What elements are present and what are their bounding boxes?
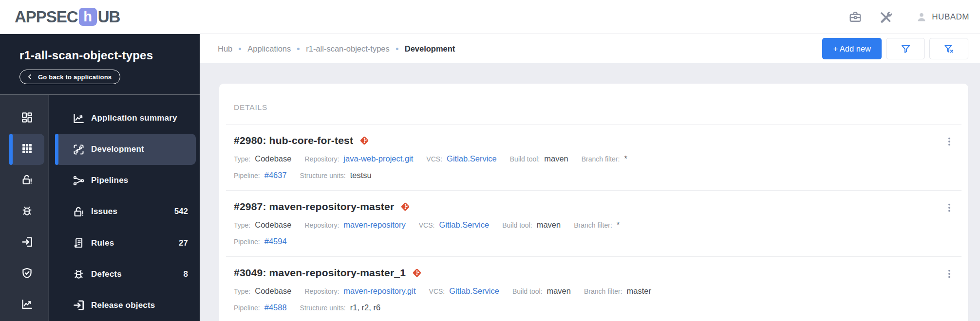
top-header: APPSEC h UB HUBADM <box>0 0 980 34</box>
add-new-button[interactable]: + Add new <box>822 38 882 59</box>
meta-label: Structure units: <box>300 170 346 181</box>
breadcrumb-item-r1-all-scan-object-types[interactable]: r1-all-scan-object-types <box>306 44 389 54</box>
go-back-button[interactable]: Go back to applications <box>19 70 120 84</box>
meta-value-link[interactable]: java-web-project.git <box>343 153 413 164</box>
meta-value: * <box>624 153 627 164</box>
lock-alert-icon <box>20 173 34 188</box>
funnel-icon <box>900 43 911 54</box>
meta-pair: Build tool:maven <box>512 285 571 297</box>
clear-filter-button[interactable] <box>929 38 968 59</box>
meta-label: Type: <box>234 220 250 231</box>
breadcrumb-item-hub[interactable]: Hub <box>218 44 232 54</box>
icon-rail <box>0 95 49 321</box>
apps-grid-icon <box>20 142 34 157</box>
meta-value-link[interactable]: Gitlab.Service <box>449 285 499 297</box>
meta-line: Type:CodebaseRepository:maven-repository… <box>234 219 934 231</box>
sidebar-header: r1-all-scan-object-types Go back to appl… <box>0 34 200 94</box>
meta-label: Build tool: <box>512 286 542 297</box>
meta-label: Pipeline: <box>234 236 260 248</box>
meta-pair: VCS:Gitlab.Service <box>429 285 499 297</box>
breadcrumb-separator-dot <box>297 48 300 50</box>
logo-h-block: h <box>79 8 97 26</box>
sidebar-item-pipelines[interactable]: Pipelines <box>55 165 196 196</box>
meta-value: Codebase <box>255 153 291 164</box>
pipelines-icon <box>72 174 85 187</box>
git-icon <box>359 135 370 146</box>
meta-value: maven <box>537 219 561 231</box>
user-menu[interactable]: HUBADM <box>916 11 969 23</box>
row-menu-button[interactable] <box>942 267 957 283</box>
app-logo[interactable]: APPSEC h UB <box>15 8 120 26</box>
rail-item-sign-in[interactable] <box>9 228 44 259</box>
sidebar-item-defects[interactable]: Defects8 <box>55 259 196 290</box>
briefcase-button[interactable] <box>847 8 864 26</box>
filter-button[interactable] <box>886 38 925 59</box>
sidebar: r1-all-scan-object-types Go back to appl… <box>0 34 200 321</box>
meta-pair: Type:Codebase <box>234 219 291 231</box>
sidebar-item-application-summary[interactable]: Application summary <box>55 103 196 134</box>
codebase-row: #3049: maven-repository-master_1Type:Cod… <box>219 257 968 321</box>
rail-item-dashboard[interactable] <box>9 103 44 134</box>
tools-icon <box>879 10 892 24</box>
codebase-row: #2987: maven-repository-masterType:Codeb… <box>219 191 968 256</box>
chart-line-icon <box>72 112 85 125</box>
dashboard-icon <box>20 111 34 126</box>
row-menu-button[interactable] <box>942 134 957 150</box>
chart-line-icon <box>20 298 34 313</box>
meta-value-link[interactable]: Gitlab.Service <box>447 153 497 164</box>
meta-value-link[interactable]: #4594 <box>264 236 287 247</box>
meta-pair: Type:Codebase <box>234 153 291 165</box>
chevron-left-icon <box>26 73 33 80</box>
meta-pair: Branch filter:master <box>584 285 651 297</box>
sidebar-item-development[interactable]: Development <box>55 134 196 165</box>
meta-value-link[interactable]: maven-repository <box>343 219 405 231</box>
details-heading: DETAILS <box>234 103 267 111</box>
rail-item-chart-line[interactable] <box>9 290 44 321</box>
meta-label: Repository: <box>304 220 339 231</box>
meta-value-link[interactable]: #4588 <box>264 302 287 313</box>
sidebar-item-label: Release objects <box>91 301 155 310</box>
sidebar-item-badge: 542 <box>174 207 188 216</box>
meta-label: Repository: <box>304 286 339 297</box>
meta-line: Type:CodebaseRepository:java-web-project… <box>234 153 934 165</box>
meta-pair: Repository:maven-repository.git <box>304 285 415 297</box>
codebase-title: #3049: maven-repository-master_1 <box>234 266 406 279</box>
rail-item-lock-alert[interactable] <box>9 165 44 196</box>
sidebar-item-release-objects[interactable]: Release objects <box>55 290 196 321</box>
content-header: HubApplicationsr1-all-scan-object-typesD… <box>200 34 980 63</box>
meta-line: Pipeline:#4637Structure units:testsu <box>234 170 934 181</box>
sidebar-item-label: Application summary <box>91 113 177 123</box>
rail-item-shield-check[interactable] <box>9 259 44 290</box>
row-menu-button[interactable] <box>942 200 957 216</box>
rail-item-apps-grid[interactable] <box>9 134 44 165</box>
sidebar-item-rules[interactable]: Rules27 <box>55 228 196 259</box>
admin-tools-button[interactable] <box>877 8 894 26</box>
kebab-icon <box>944 202 955 214</box>
meta-label: Structure units: <box>300 303 346 314</box>
codebase-list: #2980: hub-core-for-testType:CodebaseRep… <box>219 125 968 321</box>
breadcrumb: HubApplicationsr1-all-scan-object-typesD… <box>218 44 455 54</box>
logo-text-left: APPSEC <box>15 8 78 26</box>
meta-value-link[interactable]: maven-repository.git <box>343 285 415 297</box>
rail-item-bug[interactable] <box>9 196 44 227</box>
sidebar-item-badge: 27 <box>179 238 188 248</box>
meta-value: testsu <box>350 170 372 181</box>
lock-alert-icon <box>72 205 85 218</box>
content-area: DETAILS #2980: hub-core-for-testType:Cod… <box>200 63 980 321</box>
sign-in-icon <box>20 235 34 250</box>
breadcrumb-item-applications[interactable]: Applications <box>247 44 291 54</box>
meta-label: Branch filter: <box>584 286 622 297</box>
meta-value-link[interactable]: #4637 <box>264 170 287 181</box>
meta-value: maven <box>544 153 568 164</box>
kebab-icon <box>944 268 955 281</box>
sidebar-item-issues[interactable]: Issues542 <box>55 196 196 227</box>
shield-check-icon <box>20 267 34 282</box>
meta-label: Repository: <box>304 154 339 165</box>
meta-value-link[interactable]: Gitlab.Service <box>439 219 489 231</box>
meta-pair: Pipeline:#4588 <box>234 302 287 314</box>
meta-label: Branch filter: <box>574 220 612 231</box>
username: HUBADM <box>932 12 969 22</box>
meta-pair: Type:Codebase <box>234 285 291 297</box>
user-icon <box>916 11 927 23</box>
meta-label: Pipeline: <box>234 170 260 181</box>
